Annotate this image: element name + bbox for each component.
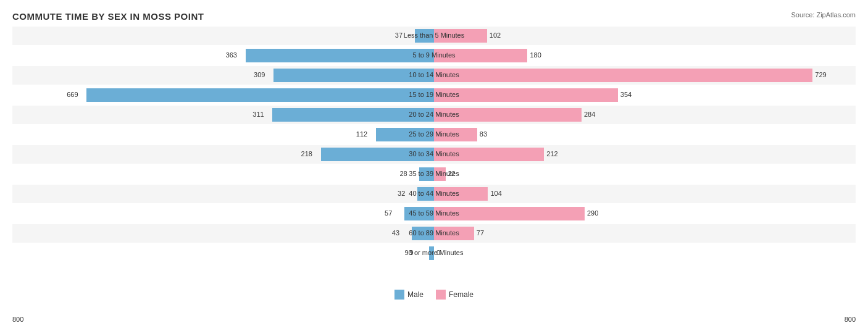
bar-female	[434, 69, 812, 82]
chart-row: 20 to 24 Minutes311284	[12, 106, 856, 124]
chart-row: 60 to 89 Minutes4377	[12, 224, 856, 243]
chart-row: 35 to 39 Minutes2822	[12, 165, 856, 183]
value-male: 28	[399, 170, 407, 177]
value-female: 104	[490, 190, 501, 197]
value-male: 43	[392, 229, 399, 237]
chart-row: 5 to 9 Minutes363180	[12, 46, 856, 65]
value-male: 309	[254, 71, 265, 78]
value-female: 290	[587, 209, 598, 217]
value-female: 180	[530, 51, 541, 59]
row-label: 35 to 39 Minutes	[409, 170, 459, 177]
value-female: 354	[620, 91, 632, 98]
chart-area: Less than 5 Minutes371025 to 9 Minutes36…	[12, 27, 856, 286]
legend-male-box	[394, 290, 404, 300]
legend-female-box	[436, 290, 446, 300]
value-male: 669	[67, 91, 78, 98]
legend-male-label: Male	[407, 290, 424, 299]
legend-female-label: Female	[449, 290, 474, 299]
value-male: 311	[252, 111, 264, 118]
source-text: Source: ZipAtlas.com	[791, 11, 856, 19]
axis-label-right: 800	[845, 316, 856, 323]
row-label: Less than 5 Minutes	[404, 31, 464, 39]
value-male: 363	[226, 51, 237, 59]
chart-row: 30 to 34 Minutes218212	[12, 145, 856, 164]
row-label: 60 to 89 Minutes	[409, 229, 459, 237]
row-label: 25 to 29 Minutes	[409, 130, 459, 138]
chart-row: 15 to 19 Minutes669354	[12, 86, 856, 104]
row-label: 40 to 44 Minutes	[409, 190, 459, 197]
legend: Male Female	[12, 290, 856, 300]
chart-row: 10 to 14 Minutes309729	[12, 66, 856, 85]
chart-title: COMMUTE TIME BY SEX IN MOSS POINT	[12, 11, 856, 22]
legend-male: Male	[394, 290, 424, 300]
value-male: 57	[385, 209, 392, 217]
legend-female: Female	[436, 290, 474, 300]
row-label: 5 to 9 Minutes	[412, 51, 455, 59]
chart-row: 25 to 29 Minutes11283	[12, 125, 856, 144]
bar-male	[86, 88, 434, 102]
value-female: 729	[815, 71, 826, 78]
value-female: 102	[490, 31, 501, 39]
chart-row: 40 to 44 Minutes32104	[12, 185, 856, 203]
chart-row: Less than 5 Minutes37102	[12, 27, 856, 45]
chart-row: 45 to 59 Minutes57290	[12, 204, 856, 223]
row-label: 20 to 24 Minutes	[409, 111, 459, 118]
value-male: 218	[301, 150, 312, 157]
value-male: 37	[395, 31, 403, 39]
value-female: 212	[546, 150, 557, 157]
chart-row: 90 or more Minutes90	[12, 244, 856, 262]
value-female: 284	[584, 111, 595, 118]
value-male: 112	[356, 130, 367, 138]
row-label: 45 to 59 Minutes	[409, 209, 459, 217]
axis-label-left: 800	[12, 316, 23, 323]
value-male: 32	[398, 190, 405, 197]
value-female: 83	[480, 130, 487, 138]
value-female: 77	[477, 229, 484, 237]
row-label: 30 to 34 Minutes	[409, 150, 459, 157]
row-label: 10 to 14 Minutes	[409, 71, 459, 78]
bar-male	[246, 49, 434, 62]
chart-container: COMMUTE TIME BY SEX IN MOSS POINT Source…	[0, 0, 868, 323]
bar-female	[434, 88, 618, 102]
row-label: 15 to 19 Minutes	[409, 91, 459, 98]
row-label: 90 or more Minutes	[405, 249, 464, 256]
